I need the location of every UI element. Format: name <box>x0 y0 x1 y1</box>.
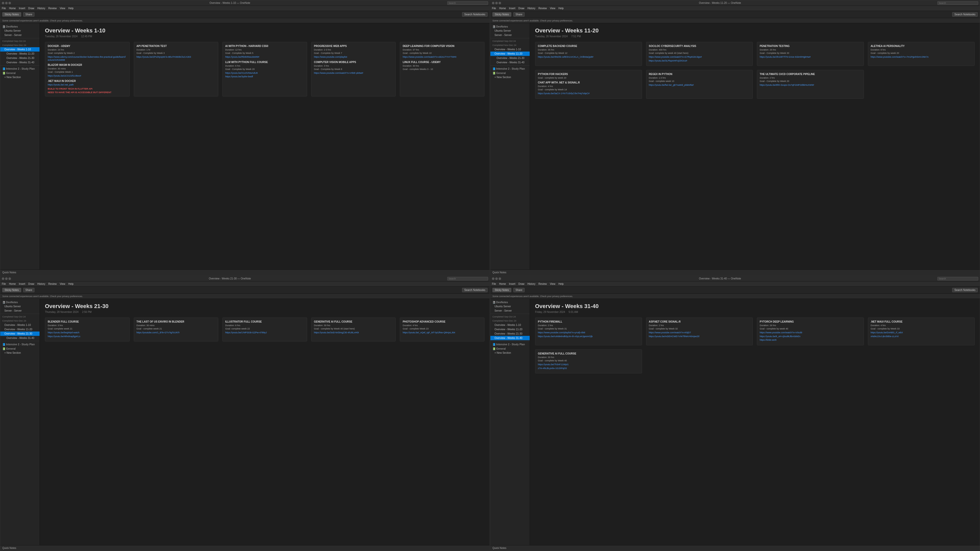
sidebar-item-weeks21-30-tl[interactable]: Overview - Weeks 21-30 <box>0 56 40 60</box>
sidebar-ubuntu-tr[interactable]: Ubuntu Server <box>490 29 530 33</box>
menu-home-tl[interactable]: Home <box>9 7 16 10</box>
sidebar-item-weeks11-20-tl[interactable]: Overview - Weeks 11-20 <box>0 52 40 56</box>
menu-review-bl[interactable]: Review <box>48 283 57 285</box>
menu-history-br[interactable]: History <box>527 283 535 285</box>
search-notebooks-btn-br[interactable]: Search Notebooks <box>952 288 978 292</box>
course-link-lastofus[interactable]: https://youtube.com/1_BTe-GTv7tgTcUNTr <box>137 331 216 334</box>
sidebar-item-ubuntu-tl[interactable]: Ubuntu Server <box>0 29 40 33</box>
share-btn-tl[interactable]: Share <box>23 12 35 17</box>
minimize-btn-tr[interactable] <box>492 2 495 4</box>
course-link-soc1[interactable]: https://www.youtube.com/watch?v=G7Rq4t1b… <box>649 56 750 59</box>
content-area-br[interactable]: Overview - Weeks 31-40 Friday, 29 Novemb… <box>530 299 980 545</box>
content-area-bl[interactable]: Overview - Weeks 21-30 Thursday, 28 Nove… <box>40 299 490 545</box>
sidebar-weeks11-20-bl[interactable]: Overview - Weeks 11-20 <box>0 327 40 332</box>
menu-insert-tl[interactable]: Insert <box>19 7 25 10</box>
sidebar-weeks31-40-br[interactable]: Overview - Weeks 31-40 <box>490 336 530 340</box>
quick-notes-bar-tl[interactable]: Quick Notes <box>0 270 490 275</box>
course-link-pen-test[interactable]: https://youtu.be/3h1MFTf79-GXze-91kmhHgk… <box>760 56 861 59</box>
menu-home-br[interactable]: Home <box>499 283 506 285</box>
course-link-backend[interactable]: https://youtu.be/rthtchk-cef8/3r1ArCKLA_… <box>538 56 639 59</box>
menu-review-tr[interactable]: Review <box>538 7 547 10</box>
sidebar-item-server-tl[interactable]: Server - Server <box>0 33 40 37</box>
sidebar-weeks31-40-tr[interactable]: Overview - Weeks 31-40 <box>490 60 530 65</box>
menu-home-tr[interactable]: Home <box>499 7 506 10</box>
share-btn-br[interactable]: Share <box>513 288 525 292</box>
course-link-cicd[interactable]: https://youtu.be/8hh-Sxups-Ox7qFGMP2d9kH… <box>760 84 861 87</box>
sidebar-item-weeks1-10-tl[interactable]: Overview - Weeks 1-10 <box>0 47 40 52</box>
menu-help-br[interactable]: Help <box>558 283 564 285</box>
sidebar-weeks11-20-tr[interactable]: Overview - Weeks 11-20 <box>490 52 530 56</box>
menu-draw-tr[interactable]: Draw <box>519 7 524 10</box>
course-link-firewall1[interactable]: https://www.youtube.com/playlist?v=yAafj… <box>538 331 639 334</box>
sidebar-item-weeks31-40-tl[interactable]: Overview - Weeks 31-40 <box>0 60 40 65</box>
menu-insert-br[interactable]: Insert <box>509 283 515 285</box>
sticky-notes-btn-bl[interactable]: Sticky Notes <box>2 288 21 292</box>
maximize-btn[interactable] <box>5 2 8 4</box>
minimize-btn-bl[interactable] <box>2 278 4 280</box>
minimize-btn-br[interactable] <box>492 278 495 280</box>
content-area-tr[interactable]: Overview - Weeks 11-20 Tuesday, 26 Novem… <box>530 23 980 270</box>
menu-view-tl[interactable]: View <box>60 7 65 10</box>
menu-history-tr[interactable]: History <box>527 7 535 10</box>
menu-review-br[interactable]: Review <box>538 283 547 285</box>
menu-draw-tl[interactable]: Draw <box>28 7 34 10</box>
sidebar-weeks21-30-br[interactable]: Overview - Weeks 21-30 <box>490 332 530 336</box>
course-link-gen-ai-br2[interactable]: z7m-4hLBLpx9u-1G1hPqG5 <box>538 367 639 370</box>
menu-view-tr[interactable]: View <box>550 7 555 10</box>
menu-help-bl[interactable]: Help <box>68 283 74 285</box>
course-link-signalr1[interactable]: https://www.youtube.com/watch?v=K8jD7 <box>649 331 750 334</box>
course-link-llm1[interactable]: https://youtu.be/X1c0VMwAdU8 <box>225 72 304 75</box>
course-link-gen-ai-bl[interactable]: https://youtu.be/3xiD-knl3mgZ30-4hJ8LxH0… <box>314 331 393 334</box>
course-link-blazor[interactable]: https://youtu.be/uCO1SIf1UBeo# <box>48 75 127 78</box>
menu-review-tl[interactable]: Review <box>48 7 57 10</box>
course-link-pwa[interactable]: https://www.youtube.com/playlist <box>314 56 393 59</box>
course-link-dl[interactable]: https://www.youtube.com/watch?v=ok2s1TYn… <box>402 56 482 59</box>
sidebar-ubuntu-br[interactable]: Ubuntu Server <box>490 304 530 308</box>
course-link-netmaui-full2[interactable]: xNd4c15vJ-jkn3ld0e-zLzrVt <box>871 335 972 338</box>
sidebar-weeks21-30-tr[interactable]: Overview - Weeks 21-30 <box>490 56 530 60</box>
course-link-alethea[interactable]: https://www.youtube.com/watch?v=7m1Pgixh… <box>871 56 972 59</box>
quick-notes-bar-tr[interactable]: Quick Notes <box>490 270 980 275</box>
sidebar-weeks11-20-br[interactable]: Overview - Weeks 11-20 <box>490 327 530 332</box>
course-link-netmaui-full1[interactable]: https://youtu.be/DxNBS_rf_wbX <box>871 331 972 334</box>
course-link-docker[interactable]: https://www.udemy.com/course/docker-kube… <box>48 56 127 62</box>
course-link-regex[interactable]: https://youtu.be/fwi-Iwr_gE7xaWd_pldeMfa… <box>649 84 750 87</box>
course-link-pytorch1[interactable]: https://www.youtube.com/watch?v=V0cd9 <box>760 331 861 334</box>
sidebar-weeks31-40-bl[interactable]: Overview - Weeks 31-40 <box>0 336 40 340</box>
course-link-gen-ai-br1[interactable]: https://youtu.be/7h3nF11WpI1 <box>538 363 639 366</box>
new-section-bl[interactable]: + New Section <box>0 351 40 355</box>
new-section-br[interactable]: + New Section <box>490 351 530 355</box>
sidebar-weeks1-10-bl[interactable]: Overview - Weeks 1-10 <box>0 323 40 327</box>
sticky-notes-btn-tr[interactable]: Sticky Notes <box>492 12 511 17</box>
search-notebooks-btn-tr[interactable]: Search Notebooks <box>952 12 978 17</box>
sidebar-ubuntu-bl[interactable]: Ubuntu Server <box>0 304 40 308</box>
course-link-pytorch2[interactable]: https://youtu.be/k_eH-cjlou8kJlbA0dnEn <box>760 335 861 338</box>
course-link-api-pen[interactable]: https://youtu.be/ZPvDtyopW-k=8EuTH360bCl… <box>137 56 216 59</box>
sidebar-new-section-tl[interactable]: + New Section <box>0 75 40 79</box>
course-link-signalr2[interactable]: https://youtu.be/mDEHCWEYVW7ftNKrH0mjwcD… <box>649 335 750 338</box>
menu-file-br[interactable]: File <box>492 283 496 285</box>
title-search-tr[interactable] <box>937 1 978 5</box>
menu-history-bl[interactable]: History <box>37 283 45 285</box>
course-link-firewall2[interactable]: https://youtu.be/ruMde6ndk5pJm-th-n0yLe4… <box>538 335 639 338</box>
share-btn-bl[interactable]: Share <box>23 288 35 292</box>
course-link-soc2[interactable]: https://youtu.be/3LPlspmHFxjGhOcs# <box>649 59 750 62</box>
title-search-bl[interactable] <box>447 277 488 281</box>
menu-help-tl[interactable]: Help <box>68 7 74 10</box>
sticky-notes-btn-br[interactable]: Sticky Notes <box>492 288 511 292</box>
sidebar-weeks1-10-br[interactable]: Overview - Weeks 1-10 <box>490 323 530 327</box>
menu-draw-bl[interactable]: Draw <box>28 283 34 285</box>
close-btn-br[interactable] <box>498 278 501 280</box>
content-area-tl[interactable]: Overview - Weeks 1-10 Tuesday, 26 Novemb… <box>40 23 490 270</box>
menu-help-tr[interactable]: Help <box>558 7 564 10</box>
menu-draw-br[interactable]: Draw <box>519 283 524 285</box>
maximize-btn-tr[interactable] <box>495 2 498 4</box>
course-link-netmaui[interactable]: https://youtu.be/.net_path <box>48 83 127 87</box>
title-search-br[interactable] <box>937 277 978 281</box>
sidebar-server-bl[interactable]: Server - Server <box>0 308 40 313</box>
sidebar-weeks1-10-tr[interactable]: Overview - Weeks 1-10 <box>490 47 530 52</box>
maximize-btn-bl[interactable] <box>5 278 8 280</box>
course-link-ai-python[interactable]: https://youtu.be/Rb9MNwu0eM9# <box>225 56 304 59</box>
menu-history-tl[interactable]: History <box>37 7 45 10</box>
menu-insert-tr[interactable]: Insert <box>509 7 515 10</box>
